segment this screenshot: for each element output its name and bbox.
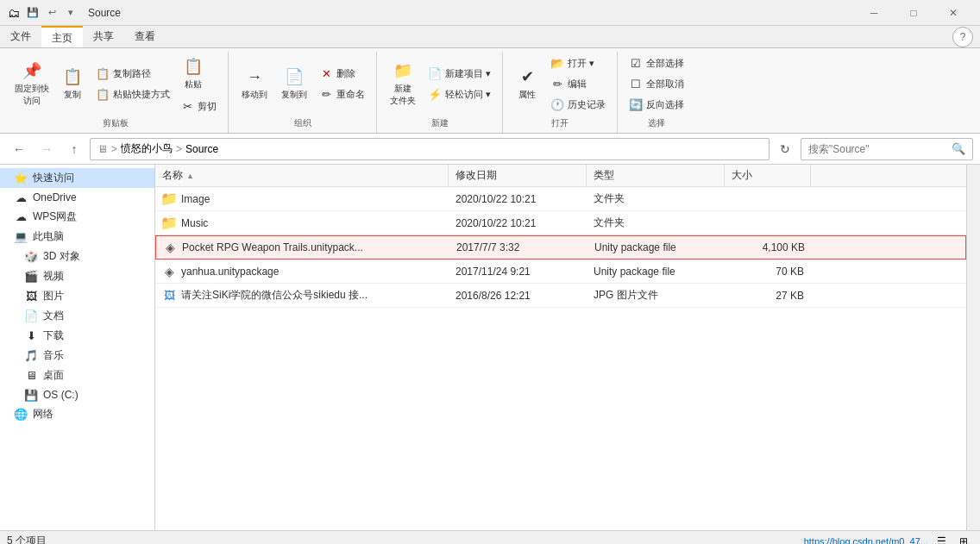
view-details-btn[interactable]: ☰ [932,533,951,545]
edit-btn[interactable]: ✏ 编辑 [546,74,610,93]
view-tiles-btn[interactable]: ⊞ [954,533,973,545]
file-size: 27 KB [725,290,811,302]
sidebar-item-downloads[interactable]: ⬇ 下载 [0,326,154,346]
search-input[interactable] [808,143,952,155]
ribbon-content: 📌 固定到快访问 📋 复制 📋 复制路径 📋 [0,48,980,133]
sidebar-label-3d: 3D 对象 [43,249,80,264]
move-icon: → [244,66,265,87]
new-item-btn[interactable]: 📄 新建项目 ▾ [424,64,495,83]
col-header-type[interactable]: 类型 [587,165,725,186]
easy-access-icon: ⚡ [428,87,442,101]
paste-shortcut-btn[interactable]: 📋 粘贴快捷方式 [91,84,174,103]
back-button[interactable]: ← [7,137,31,161]
new-folder-btn[interactable]: 📁 新建文件夹 [384,58,422,109]
select-label: 选择 [648,116,665,133]
easy-access-btn[interactable]: ⚡ 轻松访问 ▾ [424,84,495,103]
file-type: Unity package file [587,241,726,253]
path-part-parent[interactable]: 愤怒的小鸟 [121,141,173,156]
sidebar-item-music[interactable]: 🎵 音乐 [0,346,154,366]
properties-btn[interactable]: ✔ 属性 [510,64,544,103]
sidebar-item-video[interactable]: 🎬 视频 [0,266,154,286]
tab-file[interactable]: 文件 [0,26,41,47]
sidebar-item-wps[interactable]: ☁ WPS网盘 [0,207,154,227]
clipboard-buttons: 📌 固定到快访问 📋 复制 📋 复制路径 📋 [10,52,221,116]
close-button[interactable]: ✕ [933,0,973,26]
col-header-date[interactable]: 修改日期 [449,165,587,186]
window-controls: ─ □ ✕ [854,0,973,26]
sidebar-label-documents: 文档 [43,309,64,323]
history-icon: 🕐 [550,97,564,111]
search-icon: 🔍 [952,142,965,155]
search-box[interactable]: 🔍 [801,138,973,160]
col-header-size[interactable]: 大小 [725,165,811,186]
invert-icon: 🔄 [629,97,643,111]
status-bar: 5 个项目 https://blog.csdn.net/m0_47... ☰ ⊞ [0,530,980,544]
quick-save-btn[interactable]: 💾 [24,4,41,22]
sidebar-item-3d[interactable]: 🎲 3D 对象 [0,247,154,266]
file-name: yanhua.unitypackage [181,266,279,278]
folder-icon: 📁 [162,192,176,206]
delete-btn[interactable]: ✕ 删除 [315,64,369,83]
sidebar-item-documents[interactable]: 📄 文档 [0,306,154,326]
quick-undo-btn[interactable]: ↩ [43,4,60,22]
rename-btn[interactable]: ✏ 重命名 [315,84,369,103]
sidebar-label-onedrive: OneDrive [33,191,77,203]
sidebar-item-network[interactable]: 🌐 网络 [0,404,154,424]
minimize-button[interactable]: ─ [854,0,894,26]
file-date: 2016/8/26 12:21 [449,290,587,302]
quick-dropdown-btn[interactable]: ▾ [62,4,79,22]
title-bar-left: 🗂 💾 ↩ ▾ Source [7,4,121,22]
copy-path-icon: 📋 [96,66,110,80]
refresh-button[interactable]: ↻ [773,137,797,161]
pin-to-quick-access-btn[interactable]: 📌 固定到快访问 [10,58,53,109]
table-row[interactable]: ◈ Pocket RPG Weapon Trails.unitypack... … [155,235,966,259]
sidebar-label-desktop: 桌面 [43,368,64,383]
music-icon: 🎵 [24,349,38,363]
sidebar-item-pictures[interactable]: 🖼 图片 [0,286,154,306]
help-button[interactable]: ? [952,27,973,47]
maximize-button[interactable]: □ [894,0,933,26]
table-row[interactable]: ◈ yanhua.unitypackage 2017/11/24 9:21 Un… [155,259,966,284]
sidebar-item-onedrive[interactable]: ☁ OneDrive [0,188,154,207]
delete-icon: ✕ [319,66,333,80]
organize-label: 组织 [294,116,311,133]
invert-selection-btn[interactable]: 🔄 反向选择 [625,95,688,114]
table-row[interactable]: 📁 Music 2020/10/22 10:21 文件夹 [155,211,966,235]
history-btn[interactable]: 🕐 历史记录 [546,95,610,114]
copy-path-btn[interactable]: 📋 复制路径 [91,64,174,83]
title-bar: 🗂 💾 ↩ ▾ Source ─ □ ✕ [0,0,980,26]
forward-button[interactable]: → [35,137,59,161]
path-part-current[interactable]: Source [185,143,218,155]
file-size: 70 KB [725,266,811,278]
sidebar-item-drive-c[interactable]: 💾 OS (C:) [0,385,154,404]
copy-to-btn[interactable]: 📄 复制到 [275,64,313,103]
table-row[interactable]: 📁 Image 2020/10/22 10:21 文件夹 [155,187,966,211]
sidebar-item-quick-access[interactable]: ⭐ 快速访问 [0,168,154,188]
quick-access-toolbar: 💾 ↩ ▾ [24,4,79,22]
paste-btn[interactable]: 📋 粘贴 [176,52,210,95]
tab-view[interactable]: 查看 [124,26,166,47]
ribbon-group-organize: → 移动到 📄 复制到 ✕ 删除 ✏ 重命名 [229,52,377,133]
col-header-name[interactable]: 名称 ▲ [155,165,449,186]
deselect-all-btn[interactable]: ☐ 全部取消 [625,74,688,93]
cut-btn[interactable]: ✂ 剪切 [176,97,221,116]
select-buttons: ☑ 全部选择 ☐ 全部取消 🔄 反向选择 [625,52,688,116]
table-row[interactable]: 🖼 请关注SiKi学院的微信公众号sikiedu 接... 2016/8/26 … [155,284,966,308]
select-all-btn[interactable]: ☑ 全部选择 [625,53,688,72]
copy-btn[interactable]: 📋 复制 [55,64,90,103]
up-button[interactable]: ↑ [62,137,86,161]
move-to-btn[interactable]: → 移动到 [236,64,273,103]
sidebar-item-this-pc[interactable]: 💻 此电脑 [0,227,154,247]
tab-share[interactable]: 共享 [83,26,124,47]
open-btn[interactable]: 📂 打开 ▾ [546,53,610,72]
tab-home[interactable]: 主页 [41,26,83,47]
file-date: 2020/10/22 10:21 [449,217,587,229]
cloud-icon-onedrive: ☁ [14,191,28,204]
scissors-icon: ✂ [180,99,194,113]
sidebar-item-desktop[interactable]: 🖥 桌面 [0,366,154,385]
ribbon-group-select: ☑ 全部选择 ☐ 全部取消 🔄 反向选择 选择 [618,52,695,133]
clipboard-label: 剪贴板 [103,116,129,133]
sidebar-label-pictures: 图片 [43,289,64,303]
address-path[interactable]: 🖥 > 愤怒的小鸟 > Source [90,138,770,160]
file-name: Image [181,193,210,205]
